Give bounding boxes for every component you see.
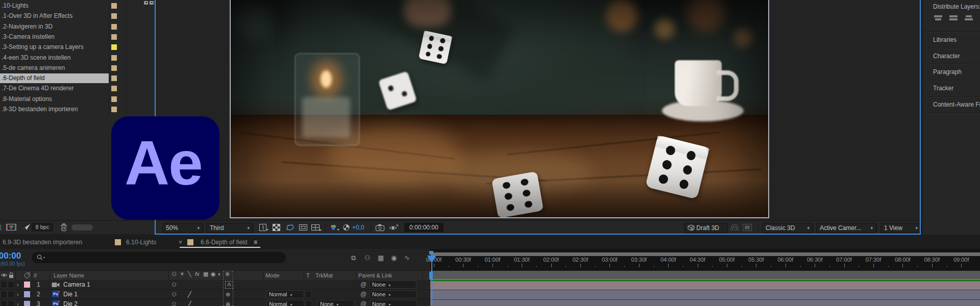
parent-dropdown[interactable]: None▾ — [370, 290, 416, 298]
layer-name[interactable]: Die 1 — [63, 290, 78, 299]
project-item[interactable]: .4-een 3D scene instellen — [0, 53, 109, 63]
column-number[interactable]: # — [34, 271, 37, 280]
pick-whip-icon[interactable]: @ — [360, 290, 366, 299]
mask-visibility-icon[interactable] — [299, 224, 307, 231]
label-color-chip[interactable] — [111, 75, 117, 81]
project-item[interactable]: .6-Depth of field — [0, 73, 109, 83]
dock-tab-content-aware-fil[interactable]: Content-Aware Fil — [933, 101, 980, 108]
fast-previews-icon[interactable] — [259, 224, 268, 231]
project-item[interactable]: .7-De Cinema 4D renderer — [0, 84, 109, 93]
parent-dropdown[interactable]: None▾ — [370, 300, 416, 306]
quality-column-icon[interactable]: ╲ — [188, 271, 191, 277]
pick-whip-icon[interactable]: @ — [360, 299, 366, 306]
layer-row[interactable]: › 3 Ps Die 2 ⚇ ╱ ⊕ Normal▾ None▾ @ None▾ — [0, 299, 430, 306]
quality-switch[interactable]: ╱ — [188, 299, 191, 306]
label-color-chip[interactable] — [111, 24, 117, 30]
grid-guides-icon[interactable] — [311, 224, 322, 231]
panel-mini-icon[interactable] — [150, 1, 154, 5]
channel-settings-icon[interactable] — [329, 224, 339, 231]
panel-scrub-pill[interactable] — [71, 224, 93, 231]
column-layer-name[interactable]: Layer Name — [54, 271, 84, 280]
trkmat-dropdown[interactable]: None▾ — [317, 300, 354, 306]
transparency-grid-icon[interactable] — [273, 224, 280, 231]
blend-mode-dropdown[interactable]: Normal▾ — [266, 290, 304, 298]
distribute-bottom-icon[interactable] — [965, 14, 976, 24]
project-item[interactable]: .2-Navigeren in 3D — [0, 22, 109, 32]
shy-layers-icon[interactable]: ⚇ — [364, 254, 371, 262]
label-color-chip[interactable] — [111, 107, 117, 112]
current-time-display[interactable]: 0:00:00:00 — [0, 251, 29, 261]
label-color-chip[interactable] — [111, 86, 117, 91]
frame-blend-column-icon[interactable]: ▦ — [203, 271, 208, 277]
layer-row[interactable]: › 1 Camera 1 ⚇ ⁂ @ None▾ — [0, 280, 430, 290]
layer-row[interactable]: › 2 Ps Die 1 ⚇ ╱ ⊕ Normal▾ @ None▾ — [0, 290, 430, 299]
resolution-dropdown[interactable]: Third▾ — [206, 223, 253, 233]
bit-depth-button[interactable]: 8 bpc — [32, 223, 53, 232]
trash-icon[interactable] — [60, 223, 67, 232]
dock-tab-character[interactable]: Character — [933, 53, 960, 60]
proxy-plane-icon[interactable] — [21, 223, 31, 231]
renderer-dropdown[interactable]: Classic 3D▾ — [762, 223, 813, 233]
work-area-bar[interactable] — [431, 252, 980, 256]
timeline-tab[interactable]: 6.9-3D bestanden importeren — [3, 236, 82, 249]
playhead-handle[interactable] — [429, 272, 433, 279]
shy-column-icon[interactable]: ⚇ — [172, 271, 177, 277]
dock-tab-paragraph[interactable]: Paragraph — [933, 68, 962, 75]
shy-switch[interactable]: ⚇ — [172, 290, 177, 299]
label-color-chip[interactable] — [111, 96, 117, 102]
collapse-column-icon[interactable]: ☀ — [180, 271, 185, 277]
project-item[interactable]: .3-Setting up a camera Layers — [0, 42, 109, 52]
layer-color-chip[interactable] — [24, 301, 30, 306]
parent-dropdown[interactable]: None▾ — [370, 280, 416, 289]
interpret-footage-icon[interactable] — [6, 223, 16, 231]
camera-view-dropdown[interactable]: Active Camer...▾ — [816, 223, 876, 233]
layer-name[interactable]: Die 2 — [63, 299, 78, 306]
reset-exposure-icon[interactable] — [342, 224, 350, 231]
project-item[interactable]: .5-de camera animeren — [0, 63, 109, 73]
column-parent-link[interactable]: Parent & Link — [358, 271, 392, 280]
panel-mini-icon[interactable] — [144, 1, 148, 5]
ground-plane-icon[interactable] — [730, 224, 739, 231]
layer-duration-bar[interactable] — [430, 300, 980, 306]
label-color-chip[interactable] — [111, 34, 117, 40]
label-tag-icon[interactable] — [23, 272, 30, 278]
project-item[interactable]: .9-3D bestanden importeren — [0, 105, 109, 114]
motion-blur-column-icon[interactable]: ◉ — [211, 271, 216, 277]
project-item[interactable]: .1-Over 3D in After Effects — [0, 11, 109, 21]
playhead-marker[interactable] — [427, 256, 436, 263]
exposure-value[interactable]: +0,0 — [352, 224, 364, 231]
distribute-top-icon[interactable] — [934, 14, 945, 24]
label-color-chip[interactable] — [111, 3, 117, 9]
dock-tab-tracker[interactable]: Tracker — [933, 85, 953, 92]
quality-switch[interactable]: ╱ — [188, 290, 191, 299]
motion-blur-icon[interactable]: ◉ — [391, 254, 397, 262]
blend-mode-dropdown[interactable]: Normal▾ — [266, 300, 304, 306]
label-color-chip[interactable] — [111, 44, 117, 50]
column-mode[interactable]: Mode — [265, 271, 280, 280]
layer-duration-bar[interactable] — [430, 290, 980, 300]
playhead-line[interactable] — [431, 256, 432, 306]
shy-switch[interactable]: ⚇ — [172, 299, 177, 306]
project-item[interactable]: .8-Material options — [0, 94, 109, 104]
extended-viewer-icon[interactable] — [743, 224, 752, 231]
video-eye-icon[interactable] — [1, 272, 8, 278]
layer-name[interactable]: Camera 1 — [63, 280, 90, 289]
label-color-chip[interactable] — [111, 13, 117, 19]
pick-whip-icon[interactable]: @ — [360, 280, 366, 289]
mini-flowchart-icon[interactable]: ⧉ — [351, 254, 356, 262]
time-ruler[interactable]: 00:00f00:30f01:00f01:30f02:00f02:30f03:0… — [430, 249, 980, 271]
view-layout-dropdown[interactable]: 1 View▾ — [880, 223, 921, 233]
project-item[interactable]: .3-Camera instellen — [0, 32, 109, 42]
timeline-tab[interactable]: 6.10-Lights — [126, 236, 156, 249]
project-item[interactable]: .10-Lights — [0, 1, 109, 11]
layer-duration-bar[interactable] — [430, 281, 980, 290]
dock-tab-libraries[interactable]: Libraries — [933, 36, 957, 43]
layer-color-chip[interactable] — [24, 291, 30, 297]
work-area-start-handle[interactable] — [429, 251, 433, 254]
distribute-center-icon[interactable] — [949, 14, 961, 24]
graph-editor-icon[interactable]: ∿ — [404, 254, 410, 262]
lock-icon[interactable] — [8, 272, 14, 278]
draft-3d-button[interactable]: Draft 3D — [684, 223, 728, 233]
column-t[interactable]: T — [306, 271, 310, 280]
column-trkmat[interactable]: TrkMat — [315, 271, 333, 280]
